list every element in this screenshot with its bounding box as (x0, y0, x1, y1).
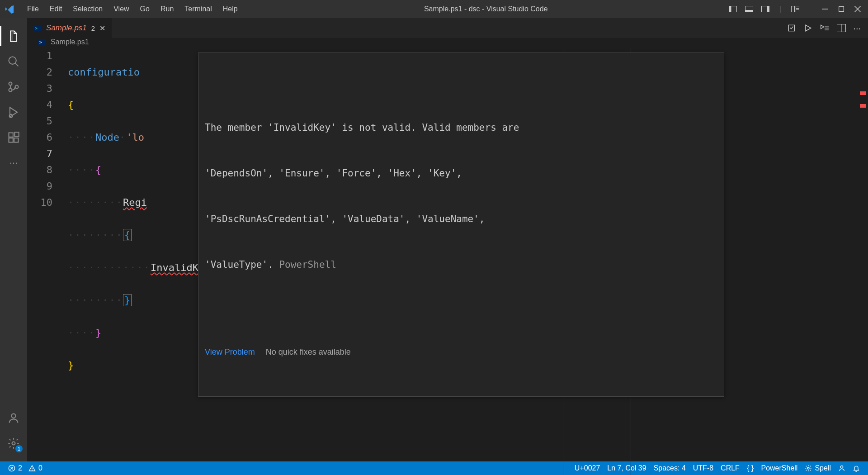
hover-footer: View Problem No quick fixes available (198, 340, 724, 364)
svg-rect-22 (14, 132, 19, 136)
activity-search[interactable] (5, 53, 22, 70)
window-title: Sample.ps1 - dsc - Visual Studio Code (243, 5, 729, 13)
indent: ········ (68, 229, 123, 241)
menu-terminal[interactable]: Terminal (179, 2, 217, 16)
error-marker[interactable] (860, 91, 866, 95)
keyword-node: Node (95, 132, 119, 143)
run-selection-icon[interactable] (820, 24, 830, 33)
svg-point-24 (12, 442, 15, 445)
type-registry: Regi (123, 197, 147, 208)
brace: } (68, 360, 74, 371)
svg-point-13 (9, 57, 16, 64)
breadcrumb-file: Sample.ps1 (51, 38, 89, 46)
svg-rect-5 (767, 6, 769, 12)
indent: ········ (68, 294, 123, 306)
breadcrumb[interactable]: >_ Sample.ps1 (27, 38, 868, 46)
powershell-file-icon: >_ (38, 39, 46, 45)
string-localhost: 'lo (126, 132, 144, 143)
activity-explorer[interactable] (5, 28, 22, 44)
activity-source-control[interactable] (5, 79, 22, 95)
activity-bar: ··· 1 (0, 18, 27, 461)
maximize-icon[interactable] (837, 5, 845, 13)
menu-go[interactable]: Go (135, 2, 155, 16)
brace: { (123, 229, 132, 241)
hover-widget: The member 'InvalidKey' is not valid. Va… (198, 52, 724, 397)
layout-right-icon[interactable] (761, 5, 769, 13)
editor-area: >_ Sample.ps1 2 ✕ ··· >_ Sample.ps1 1 2 … (27, 18, 868, 461)
error-marker[interactable] (860, 104, 866, 108)
svg-rect-19 (9, 133, 13, 137)
activity-run-debug[interactable] (5, 104, 22, 120)
view-problem-link[interactable]: View Problem (205, 344, 255, 360)
indent: ············ (68, 262, 151, 273)
tab-close-icon[interactable]: ✕ (99, 24, 105, 33)
code-content[interactable]: configuratio { ····Node·'lo ····{ ······… (68, 48, 868, 475)
svg-rect-3 (745, 10, 753, 12)
svg-point-16 (9, 89, 12, 92)
split-editor-icon[interactable] (837, 24, 846, 32)
menu-help[interactable]: Help (217, 2, 243, 16)
menu-bar: File Edit Selection View Go Run Terminal… (22, 2, 243, 16)
activity-settings[interactable]: 1 (5, 435, 22, 451)
activity-more[interactable]: ··· (5, 155, 22, 171)
brace: } (123, 294, 132, 306)
minimize-icon[interactable] (821, 5, 829, 13)
brace: { (68, 99, 74, 110)
space: · (119, 132, 126, 143)
no-quick-fixes-label: No quick fixes available (266, 344, 351, 360)
divider: | (779, 5, 781, 13)
tab-problem-badge: 2 (91, 24, 95, 32)
svg-rect-7 (796, 6, 799, 9)
compare-changes-icon[interactable] (787, 24, 796, 33)
menu-file[interactable]: File (22, 2, 44, 16)
run-icon[interactable] (803, 24, 812, 33)
activity-accounts[interactable] (5, 410, 22, 426)
svg-rect-21 (14, 138, 18, 142)
brace: { (95, 164, 101, 176)
menu-edit[interactable]: Edit (44, 2, 68, 16)
tab-sample-ps1[interactable]: >_ Sample.ps1 2 ✕ (27, 18, 112, 38)
tabs-bar: >_ Sample.ps1 2 ✕ ··· (27, 18, 868, 38)
menu-run[interactable]: Run (155, 2, 179, 16)
activity-extensions[interactable] (5, 129, 22, 146)
svg-rect-20 (9, 138, 13, 142)
svg-line-14 (15, 63, 19, 66)
close-icon[interactable] (854, 5, 862, 13)
indent: ···· (68, 132, 95, 143)
overview-ruler[interactable] (860, 91, 866, 108)
layout-left-icon[interactable] (729, 5, 737, 13)
line-gutter: 1 2 3 4 5 6 7 8 9 10 (27, 48, 68, 475)
tab-name: Sample.ps1 (46, 24, 87, 33)
menu-selection[interactable]: Selection (67, 2, 108, 16)
svg-point-23 (11, 414, 15, 418)
svg-rect-10 (839, 7, 844, 12)
title-bar: File Edit Selection View Go Run Terminal… (0, 0, 868, 18)
svg-rect-8 (796, 10, 799, 12)
indent: ···· (68, 164, 95, 176)
indent: ···· (68, 327, 95, 338)
menu-view[interactable]: View (108, 2, 134, 16)
more-actions-icon[interactable]: ··· (853, 23, 861, 33)
customize-layout-icon[interactable] (791, 5, 799, 13)
settings-badge: 1 (15, 445, 23, 452)
main-area: ··· 1 >_ Sample.ps1 2 ✕ ··· (0, 18, 868, 461)
brace: } (95, 327, 101, 338)
editor-actions: ··· (787, 23, 868, 33)
keyword-configuration: configuratio (68, 66, 140, 78)
powershell-file-icon: >_ (33, 25, 42, 31)
layout-bottom-icon[interactable] (745, 5, 753, 13)
svg-rect-1 (729, 6, 731, 12)
vscode-logo-icon (4, 4, 14, 14)
hover-source: PowerShell (279, 259, 336, 270)
svg-point-15 (9, 82, 12, 86)
editor-body[interactable]: 1 2 3 4 5 6 7 8 9 10 configuratio { ····… (27, 48, 868, 475)
svg-rect-6 (792, 6, 795, 12)
indent: ········ (68, 197, 123, 208)
hover-message: The member 'InvalidKey' is not valid. Va… (198, 86, 724, 307)
window-controls: | (729, 5, 864, 13)
